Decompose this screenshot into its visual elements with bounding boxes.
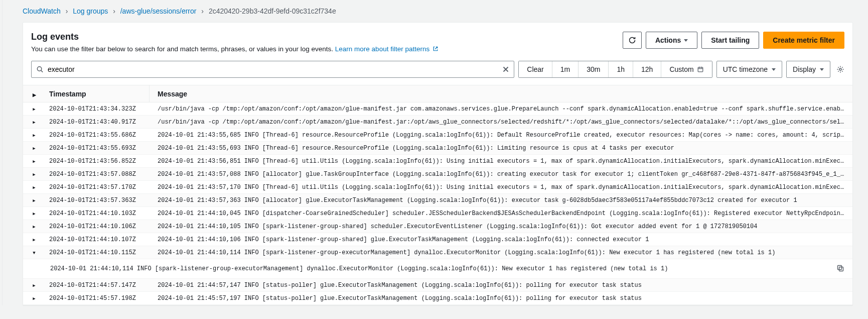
time-30m-button[interactable]: 30m [578,61,609,77]
caret-right-icon [33,282,35,289]
time-range-group: Clear 1m 30m 1h 12h Custom [518,61,712,78]
table-row: 2024-10-01T21:43:55.686Z2024-10-01 21:43… [23,129,852,142]
row-expand-toggle[interactable] [23,105,45,113]
caret-right-icon [33,197,35,204]
column-header-timestamp[interactable]: Timestamp [45,85,150,102]
row-timestamp: 2024-10-01T21:43:57.170Z [45,184,150,191]
learn-more-link[interactable]: Learn more about filter patterns [335,45,439,53]
table-row: 2024-10-01T21:45:57.198Z2024-10-01 21:45… [23,292,852,305]
row-message: 2024-10-01 21:45:57,197 INFO [status-pol… [150,295,852,302]
search-input[interactable] [31,61,514,78]
breadcrumb-link[interactable]: /aws-glue/sessions/error [120,7,197,15]
row-expand-toggle[interactable] [23,158,45,165]
row-expand-toggle[interactable] [23,223,45,230]
caret-right-icon [33,90,36,98]
actions-button-label: Actions [655,35,681,45]
caret-right-icon [33,223,35,230]
row-timestamp: 2024-10-01T21:45:57.198Z [45,295,150,302]
time-1h-button[interactable]: 1h [609,61,633,77]
row-timestamp: 2024-10-01T21:43:57.363Z [45,197,150,204]
svg-point-2 [839,68,841,70]
table-header: Timestamp Message [23,85,852,102]
table-row: 2024-10-01T21:43:56.852Z2024-10-01 21:43… [23,155,852,168]
row-expand-toggle[interactable] [23,210,45,217]
row-expand-toggle[interactable] [23,236,45,243]
caret-right-icon [33,158,35,165]
row-expand-toggle[interactable] [23,295,45,302]
actions-button[interactable]: Actions [646,32,697,49]
caret-right-icon [33,295,35,302]
time-12h-button[interactable]: 12h [633,61,661,77]
row-timestamp: 2024-10-01T21:43:55.693Z [45,145,150,152]
table-body: 2024-10-01T21:43:34.323Z/usr/bin/java -c… [23,102,852,305]
expand-all-toggle[interactable] [23,90,45,98]
table-row: 2024-10-01T21:44:10.115Z2024-10-01 21:44… [23,246,852,259]
table-row: 2024-10-01T21:43:57.170Z2024-10-01 21:43… [23,181,852,194]
caret-down-icon [820,68,824,71]
gear-icon[interactable] [836,65,844,73]
caret-down-icon [684,39,688,42]
caret-right-icon [33,210,35,217]
table-row: 2024-10-01T21:43:57.363Z2024-10-01 21:43… [23,194,852,207]
row-message: /usr/bin/java -cp /tmp:/opt/amazon/conf:… [150,105,852,113]
breadcrumb-link[interactable]: Log groups [73,7,108,15]
row-timestamp: 2024-10-01T21:44:10.115Z [45,249,150,256]
row-expand-toggle[interactable] [23,282,45,289]
row-expanded-detail: 2024-10-01 21:44:10,114 INFO [spark-list… [23,259,852,279]
column-header-message[interactable]: Message [150,90,852,98]
row-message: 2024-10-01 21:43:55,693 INFO [Thread-6] … [150,145,852,152]
row-expand-toggle[interactable] [23,171,45,178]
time-custom-button[interactable]: Custom [661,61,711,77]
caret-right-icon [33,145,35,152]
svg-point-0 [37,67,41,71]
toolbar: Clear 1m 30m 1h 12h Custom UTC timezone … [23,58,852,85]
row-expand-toggle[interactable] [23,249,45,256]
breadcrumb: CloudWatch › Log groups › /aws-glue/sess… [3,0,868,22]
table-row: 2024-10-01T21:43:55.693Z2024-10-01 21:43… [23,142,852,155]
row-timestamp: 2024-10-01T21:43:57.088Z [45,171,150,178]
time-custom-label: Custom [669,65,693,73]
caret-right-icon [33,184,35,191]
row-message: 2024-10-01 21:43:56,851 INFO [Thread-6] … [150,158,852,165]
breadcrumb-link[interactable]: CloudWatch [23,7,61,15]
time-clear-button[interactable]: Clear [519,61,552,77]
table-row: 2024-10-01T21:43:40.917Z/usr/bin/java -c… [23,116,852,129]
row-timestamp: 2024-10-01T21:44:10.106Z [45,223,150,230]
table-row: 2024-10-01T21:44:10.107Z2024-10-01 21:44… [23,233,852,246]
row-timestamp: 2024-10-01T21:43:55.686Z [45,132,150,139]
row-expand-toggle[interactable] [23,145,45,152]
search-wrap [31,61,514,78]
caret-right-icon [33,119,35,126]
refresh-button[interactable] [623,32,642,49]
svg-rect-3 [839,267,843,271]
table-row: 2024-10-01T21:44:10.103Z2024-10-01 21:44… [23,207,852,220]
page-subtitle: You can use the filter bar below to sear… [31,45,439,53]
chevron-right-icon: › [113,7,115,15]
row-timestamp: 2024-10-01T21:43:34.323Z [45,105,150,113]
timezone-select[interactable]: UTC timezone [716,61,782,78]
create-metric-filter-button[interactable]: Create metric filter [763,32,844,49]
time-1m-button[interactable]: 1m [552,61,578,77]
clear-input-icon[interactable] [501,65,510,74]
chevron-right-icon: › [201,7,204,15]
row-detail-text: 2024-10-01 21:44:10,114 INFO [spark-list… [50,265,852,272]
row-message: 2024-10-01 21:43:55,685 INFO [Thread-6] … [150,132,852,139]
timezone-label: UTC timezone [723,65,768,73]
refresh-icon [628,36,636,44]
row-expand-toggle[interactable] [23,184,45,191]
row-expand-toggle[interactable] [23,119,45,126]
subtitle-text: You can use the filter bar below to sear… [31,45,335,53]
external-link-icon [432,46,439,52]
row-message: 2024-10-01 21:44:10,106 INFO [spark-list… [150,236,852,243]
copy-icon[interactable] [836,264,844,272]
row-expand-toggle[interactable] [23,197,45,204]
row-message: 2024-10-01 21:44:10,105 INFO [spark-list… [150,223,852,230]
row-timestamp: 2024-10-01T21:44:57.147Z [45,282,150,289]
table-row: 2024-10-01T21:43:34.323Z/usr/bin/java -c… [23,102,852,116]
caret-right-icon [33,132,35,139]
row-expand-toggle[interactable] [23,132,45,139]
start-tailing-button[interactable]: Start tailing [701,32,759,49]
log-events-panel: Log events You can use the filter bar be… [23,22,853,305]
display-select[interactable]: Display [786,61,830,78]
row-message: 2024-10-01 21:44:10,045 INFO [dispatcher… [150,210,852,217]
